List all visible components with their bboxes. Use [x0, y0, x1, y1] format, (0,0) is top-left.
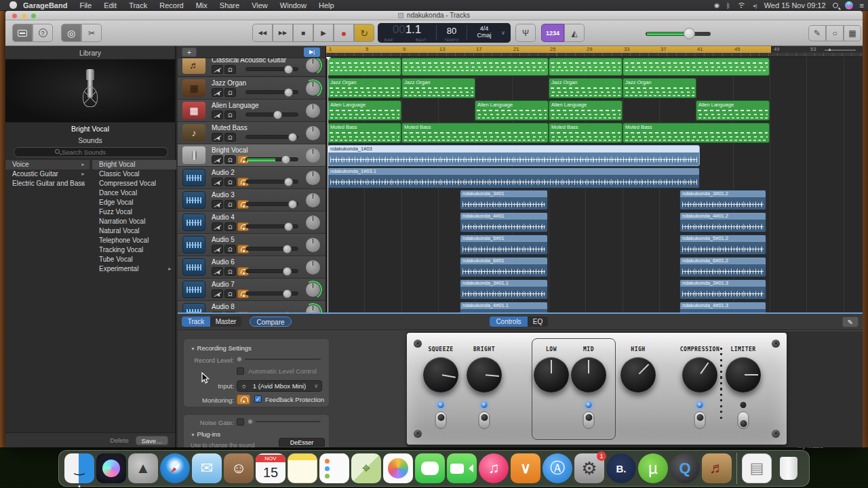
record-level-slider[interactable]: [245, 359, 321, 360]
library-patch-item[interactable]: Bright Vocal: [92, 160, 176, 169]
library-patch-item[interactable]: Tracking Vocal: [92, 245, 176, 255]
audio-region[interactable]: ndakukonda_6#01.2: [679, 257, 766, 277]
audio-region[interactable]: ndakukonda_3#01: [460, 190, 548, 210]
input-select[interactable]: ○ 1 (Avid Mbox Mini) ∨: [237, 380, 322, 392]
quick-help-button[interactable]: ?: [33, 24, 53, 42]
lcd-time-signature[interactable]: 4/4: [467, 25, 501, 32]
master-volume-slider[interactable]: [646, 32, 711, 36]
tab-master[interactable]: Master: [210, 317, 241, 327]
track-header-audio-8[interactable]: Audio 8 Ω: [178, 301, 326, 312]
plugin-deesser[interactable]: DeEsser: [279, 438, 325, 447]
pan-knob[interactable]: [306, 58, 320, 73]
solo-button[interactable]: Ω: [224, 133, 236, 142]
menu-view[interactable]: View: [245, 0, 274, 11]
library-patch-item[interactable]: Compressed Vocal: [92, 179, 176, 188]
bright-switch[interactable]: [479, 411, 490, 429]
compression-switch[interactable]: [694, 411, 706, 429]
volume-slider[interactable]: [245, 67, 298, 71]
dock-calendar-icon[interactable]: NOV 15: [256, 453, 285, 483]
midi-region[interactable]: [328, 58, 401, 76]
noise-gate-slider[interactable]: [256, 421, 321, 422]
apple-menu-icon[interactable]: [9, 1, 17, 9]
editors-button[interactable]: ✂: [81, 24, 102, 42]
menu-track[interactable]: Track: [123, 0, 153, 11]
siri-icon[interactable]: [845, 1, 853, 9]
volume-slider[interactable]: [245, 247, 298, 251]
volume-slider[interactable]: [245, 202, 298, 206]
dock-launchpad-icon[interactable]: ▲: [128, 453, 158, 483]
wifi-icon[interactable]: [737, 3, 746, 9]
track-header-audio-3[interactable]: Audio 3 Ω: [178, 189, 326, 211]
add-track-button[interactable]: +: [182, 47, 197, 57]
volume-thumb[interactable]: [281, 155, 290, 164]
pan-knob[interactable]: [306, 104, 320, 118]
save-patch-button[interactable]: Save…: [136, 436, 168, 445]
track-header-muted-bass[interactable]: ♪ Muted Bass Ω: [178, 122, 326, 144]
forward-button[interactable]: ▶▶: [273, 24, 293, 42]
audio-region[interactable]: ndakukonda_3#01.2: [679, 190, 766, 210]
midi-region-muted-bass[interactable]: Muted Bass: [401, 123, 549, 143]
volume-thumb[interactable]: [283, 267, 292, 276]
volume-slider[interactable]: [245, 90, 298, 94]
pan-knob[interactable]: [306, 148, 320, 163]
midi-region-alien-language[interactable]: Alien Language: [328, 100, 401, 121]
pan-knob[interactable]: [306, 126, 320, 140]
minimize-window-button[interactable]: [22, 14, 26, 18]
midi-region-muted-bass[interactable]: Muted Bass: [623, 123, 770, 143]
dock-notes-icon[interactable]: [288, 453, 317, 483]
volume-thumb[interactable]: [284, 65, 293, 74]
bluetooth-icon[interactable]: ᛒ: [726, 2, 730, 9]
tuner-button[interactable]: Ψ: [515, 24, 536, 42]
compression-knob[interactable]: [682, 357, 717, 392]
library-patch-item[interactable]: Telephone Vocal: [92, 236, 176, 245]
menu-app[interactable]: GarageBand: [17, 0, 73, 11]
audio-region[interactable]: ndakukonda_1#03.1: [328, 167, 700, 188]
midi-region-jazz-organ[interactable]: Jazz Organ: [623, 78, 696, 98]
track-header-jazz-organ[interactable]: ▦ Jazz Organ Ω: [178, 77, 326, 100]
library-patch-item[interactable]: Natural Vocal: [92, 226, 176, 236]
tab-eq[interactable]: EQ: [528, 317, 548, 327]
library-toggle-button[interactable]: [12, 24, 33, 42]
track-header-audio-7[interactable]: Audio 7 Ω: [178, 279, 326, 301]
volume-thumb[interactable]: [288, 133, 297, 142]
monitoring-toggle-button[interactable]: [237, 394, 250, 405]
menu-file[interactable]: File: [73, 0, 98, 11]
audio-region[interactable]: ndakukonda_3#01.3: [679, 279, 766, 300]
mute-button[interactable]: [212, 178, 223, 186]
pan-knob[interactable]: [306, 216, 320, 230]
solo-button[interactable]: Ω: [224, 200, 236, 209]
edit-controls-button[interactable]: ✎: [842, 317, 859, 327]
volume-thumb[interactable]: [284, 178, 293, 186]
media-browser-button[interactable]: ▦: [844, 25, 861, 41]
audio-region[interactable]: ndakukonda_5#01: [460, 235, 548, 255]
record-level-thumb[interactable]: [237, 357, 242, 362]
track-header-alien-language[interactable]: ▦ Alien Language Ω: [178, 100, 326, 122]
cycle-region[interactable]: [326, 46, 771, 53]
track-header-audio-4[interactable]: Audio 4 Ω: [178, 211, 326, 234]
squeeze-knob[interactable]: [423, 357, 458, 392]
close-window-button[interactable]: [12, 14, 17, 18]
mute-button[interactable]: [212, 155, 223, 164]
rewind-button[interactable]: ◀◀: [252, 24, 273, 42]
play-button[interactable]: ▶: [313, 24, 334, 42]
solo-button[interactable]: Ω: [224, 222, 236, 231]
noise-gate-thumb[interactable]: [248, 419, 253, 424]
audio-region[interactable]: ndakukonda_6#01: [460, 257, 548, 277]
smart-controls-button[interactable]: ◎: [61, 24, 81, 42]
mute-button[interactable]: [212, 267, 223, 276]
pan-knob[interactable]: [306, 305, 320, 312]
timeline-area[interactable]: 1 5 9 13 17 21 25 29 33 37 41 45 49 53 ▲…: [326, 46, 863, 312]
dock-finder-icon[interactable]: ‿: [64, 453, 94, 483]
solo-button[interactable]: Ω: [224, 110, 236, 119]
dock-document-icon[interactable]: ▤: [742, 453, 772, 483]
feedback-protection-checkbox[interactable]: ✓: [254, 395, 262, 403]
mute-button[interactable]: [212, 133, 223, 142]
volume-slider[interactable]: [245, 135, 298, 139]
midi-region[interactable]: [549, 58, 623, 76]
mute-button[interactable]: [212, 88, 223, 97]
dock-maps-icon[interactable]: ⌖: [351, 453, 381, 483]
catch-playhead-button[interactable]: ▶|: [304, 47, 320, 57]
audio-region[interactable]: ndakukonda_4#01.2: [679, 212, 766, 232]
library-patch-item[interactable]: Fuzz Vocal: [92, 207, 176, 217]
search-sounds-input[interactable]: [14, 147, 168, 157]
